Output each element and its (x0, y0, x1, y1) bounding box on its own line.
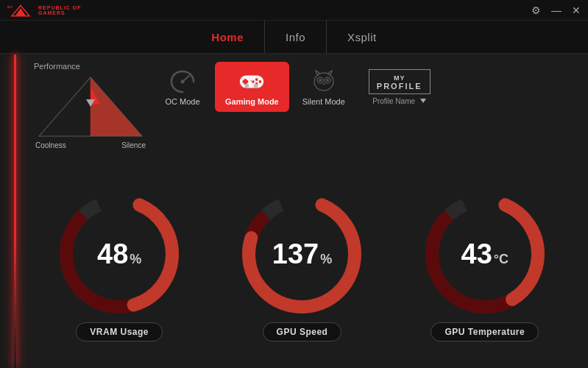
silent-mode-button[interactable]: Silent Mode (292, 62, 355, 112)
svg-point-17 (254, 84, 258, 88)
profile-label: Profile Name (372, 97, 426, 105)
rog-logo-icon: ROG (7, 3, 34, 18)
gaming-mode-icon (237, 68, 266, 94)
nav-xsplit[interactable]: Xsplit (327, 21, 397, 53)
title-bar: ROG REPUBLIC OF GAMERS ⚙ — ✕ (0, 0, 588, 21)
coolness-label: Coolness (35, 141, 66, 149)
rog-logo-area: ROG REPUBLIC OF GAMERS (7, 3, 81, 18)
mode-buttons: OC Mode (153, 62, 576, 112)
oc-mode-icon (168, 68, 197, 94)
triangle-dropdown-icon[interactable] (86, 99, 95, 107)
svg-marker-26 (322, 82, 325, 85)
svg-point-25 (326, 79, 329, 82)
svg-point-8 (181, 80, 185, 84)
window-controls: ⚙ — ✕ (531, 4, 581, 16)
gpu-speed-gauge: 137% GPU Speed (239, 191, 364, 342)
main-content: Performance (16, 54, 588, 368)
brand-line1: REPUBLIC OF (38, 5, 81, 10)
perf-section: Performance (28, 62, 576, 149)
nav-home[interactable]: Home (191, 21, 265, 53)
gaming-mode-label: Gaming Mode (225, 97, 279, 106)
vram-label: VRAM Usage (76, 322, 163, 342)
left-sidebar (0, 54, 16, 368)
gpu-speed-value: 137% (272, 238, 332, 269)
oc-mode-label: OC Mode (165, 97, 199, 106)
vram-gauge-wrapper: 48% (57, 191, 182, 316)
triangle-area: Performance (28, 62, 153, 149)
oc-mode-button[interactable]: OC Mode (153, 62, 212, 112)
close-icon[interactable]: ✕ (572, 4, 581, 16)
gpu-temp-value: 43°C (461, 238, 509, 269)
gpu-temp-label: GPU Temperature (431, 322, 539, 342)
svg-point-12 (255, 78, 258, 81)
profile-chevron-icon (420, 99, 426, 103)
gauges-section: 48% VRAM Usage 137% (28, 157, 576, 368)
brand-line2: GAMERS (38, 10, 81, 15)
svg-point-13 (259, 80, 262, 83)
gpu-speed-gauge-wrapper: 137% (239, 191, 364, 316)
performance-label: Performance (34, 62, 80, 71)
gpu-temp-gauge: 43°C GPU Temperature (422, 191, 548, 342)
svg-text:ROG: ROG (7, 6, 13, 9)
minimize-icon[interactable]: — (551, 4, 562, 16)
svg-point-16 (245, 84, 249, 88)
svg-marker-20 (316, 71, 320, 75)
profile-button[interactable]: MY PROFILE Profile Name (358, 63, 441, 111)
triangle-labels: Coolness Silence (35, 141, 146, 149)
svg-point-24 (319, 79, 322, 82)
vram-gauge: 48% VRAM Usage (57, 191, 182, 342)
silent-mode-icon (309, 68, 339, 94)
gpu-speed-label: GPU Speed (263, 322, 342, 342)
triangle-svg (35, 74, 146, 140)
svg-rect-11 (244, 79, 247, 85)
gpu-temp-gauge-wrapper: 43°C (422, 191, 548, 316)
svg-marker-4 (91, 77, 142, 136)
main-layout: Performance (0, 54, 588, 368)
nav-info[interactable]: Info (265, 21, 327, 53)
settings-icon[interactable]: ⚙ (531, 4, 541, 16)
triangle-container (35, 74, 146, 140)
svg-marker-21 (327, 71, 332, 75)
profile-name-box: MY PROFILE (369, 69, 431, 94)
vram-value: 48% (97, 238, 141, 269)
nav-bar: Home Info Xsplit (0, 21, 588, 54)
gaming-mode-button[interactable]: Gaming Mode (215, 62, 289, 112)
svg-rect-18 (250, 80, 253, 82)
silent-mode-label: Silent Mode (302, 97, 345, 106)
silence-label: Silence (121, 141, 146, 149)
